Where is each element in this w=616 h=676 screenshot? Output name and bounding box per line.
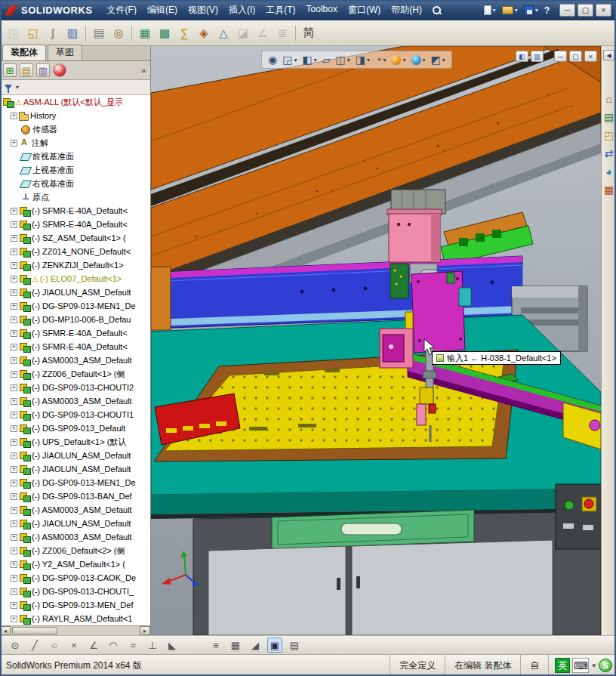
file-explorer-icon[interactable]: ◰ bbox=[604, 130, 614, 140]
evaluate-icon[interactable]: ◎ bbox=[109, 24, 128, 42]
tree-item[interactable]: +(-) DG-MP10-006-B_Defau bbox=[0, 313, 150, 326]
grid-icon[interactable]: ▦ bbox=[228, 637, 243, 653]
tree-item[interactable]: +(-) DG-SP09-013-CHOUTI_ bbox=[0, 585, 150, 598]
measure-icon[interactable]: ∠ bbox=[254, 24, 272, 42]
expand-toggle[interactable]: + bbox=[11, 235, 17, 242]
minimize-button[interactable]: ─ bbox=[559, 4, 575, 17]
menu-item-2[interactable]: 视图(V) bbox=[183, 2, 223, 19]
view-settings-icon[interactable]: ◩▾ bbox=[431, 54, 445, 66]
tree-item[interactable]: +(-) DG-SP09-013-MEN1_De bbox=[0, 299, 150, 313]
expand-toggle[interactable]: + bbox=[11, 561, 17, 568]
measure-icon[interactable]: ▱ bbox=[322, 54, 331, 66]
zoom-area-icon[interactable]: ◲▾ bbox=[282, 54, 297, 66]
arc-icon[interactable]: ◠ bbox=[106, 637, 121, 653]
expand-toggle[interactable]: + bbox=[11, 289, 17, 296]
scroll-right-button[interactable]: ▸ bbox=[140, 626, 150, 635]
scroll-left-button[interactable]: ◂ bbox=[0, 626, 11, 635]
expand-toggle[interactable]: + bbox=[11, 452, 17, 459]
design-library-icon[interactable]: ▤ bbox=[604, 112, 614, 122]
expand-toggle[interactable]: + bbox=[11, 262, 17, 269]
expand-toggle[interactable]: + bbox=[11, 208, 17, 215]
tree-item[interactable]: +(-) Y2_ASM_Default<1> ( bbox=[0, 557, 150, 571]
expand-toggle[interactable]: + bbox=[11, 425, 17, 432]
language-english-badge[interactable]: 英 bbox=[555, 658, 570, 673]
featuremanager-tab-icon[interactable]: ⊞ bbox=[3, 63, 17, 77]
table-icon[interactable]: ▤ bbox=[287, 637, 302, 653]
edit-component-icon[interactable]: ◳ bbox=[5, 24, 23, 42]
tree-item[interactable]: +(-) ASM0003_ASM_Default bbox=[0, 394, 150, 408]
expand-toggle[interactable]: + bbox=[11, 575, 17, 582]
tree-item[interactable]: +(-) SFMR-E-40A_Default< bbox=[0, 218, 150, 231]
insert-component-icon[interactable]: ◱ bbox=[24, 24, 42, 42]
tree-root-item[interactable]: ⚠ASM-ALL (默认<默认_显示 bbox=[0, 95, 150, 109]
tree-item[interactable]: +History bbox=[0, 109, 150, 122]
new-document-button[interactable]: ▾ bbox=[482, 3, 498, 18]
bom-table-icon[interactable]: ▦ bbox=[136, 24, 154, 42]
tree-item[interactable]: +(-) DG-SP09-013-MEN1_De bbox=[0, 476, 150, 489]
tree-item[interactable]: 上视基准面 bbox=[0, 163, 150, 177]
section-view-icon[interactable]: ◧▾ bbox=[302, 54, 316, 66]
menu-item-1[interactable]: 编辑(E) bbox=[142, 2, 183, 19]
search-icon[interactable] bbox=[432, 5, 442, 15]
expand-toggle[interactable]: + bbox=[11, 548, 17, 554]
tab-assembly[interactable]: 装配体 bbox=[2, 45, 46, 60]
spline-icon[interactable]: ≈ bbox=[125, 637, 140, 653]
tree-item[interactable]: +(-) ZZ006_Default<1> (侧 bbox=[0, 367, 150, 381]
tree-item[interactable]: +(-) UPS_Default<1> (默认 bbox=[0, 435, 150, 449]
tree-item[interactable]: +(-) DG-SP09-013-CAOK_De bbox=[0, 571, 150, 585]
expand-toggle[interactable]: + bbox=[11, 113, 17, 119]
tree-item[interactable]: +(-) SFMR-E-40A_Default< bbox=[0, 326, 150, 340]
tree-item[interactable]: +(-) JIAOLUN_ASM_Default bbox=[0, 517, 150, 530]
custom-properties-icon[interactable]: ▦ bbox=[604, 184, 614, 195]
show-display-pane-icon[interactable]: ▥ bbox=[531, 51, 544, 62]
expand-toggle[interactable]: + bbox=[11, 602, 17, 609]
home-icon[interactable]: ⌂ bbox=[605, 94, 611, 104]
snap-icon[interactable]: ≡ bbox=[208, 637, 223, 653]
point-icon[interactable]: ⊙ bbox=[8, 637, 23, 653]
apply-scene-icon[interactable]: ▾ bbox=[411, 55, 426, 65]
menu-item-4[interactable]: 工具(T) bbox=[260, 2, 300, 19]
expand-toggle[interactable]: + bbox=[11, 221, 17, 228]
tab-sketch[interactable]: 草图 bbox=[48, 45, 82, 60]
expand-toggle[interactable]: + bbox=[11, 330, 17, 337]
tree-item[interactable]: +(-) ZZ014_NONE_Default< bbox=[0, 245, 150, 258]
line-icon[interactable]: ╱ bbox=[27, 637, 42, 653]
appearances-scenes-icon[interactable]: ◕ bbox=[605, 166, 611, 177]
expand-toggle[interactable]: + bbox=[11, 466, 17, 473]
tree-item[interactable]: +(-) RAYLR_ASM_Default<1 bbox=[0, 612, 150, 625]
tree-item[interactable]: +(-) JIAOLUN_ASM_Default bbox=[0, 449, 150, 462]
tree-item[interactable]: +(-) JIAOLUN_ASM_Default bbox=[0, 462, 150, 476]
tree-item[interactable]: 传感器 bbox=[0, 122, 150, 136]
angle-icon[interactable]: ∠ bbox=[86, 637, 101, 653]
expand-toggle[interactable]: + bbox=[11, 534, 17, 541]
perpendicular-icon[interactable]: ⊥ bbox=[145, 637, 160, 653]
expand-toggle[interactable]: + bbox=[11, 616, 17, 622]
doc-minimize-button[interactable]: ─ bbox=[554, 51, 567, 62]
control-panel[interactable] bbox=[556, 484, 601, 549]
menu-item-5[interactable]: Toolbox bbox=[301, 2, 343, 19]
collapse-taskpane-button[interactable]: ◀ bbox=[603, 50, 614, 60]
expand-toggle[interactable]: + bbox=[11, 412, 17, 418]
expand-toggle[interactable]: + bbox=[11, 493, 17, 500]
expand-toggle[interactable]: + bbox=[11, 316, 17, 323]
expand-toggle[interactable]: + bbox=[11, 371, 17, 378]
tree-item[interactable]: 原点 bbox=[0, 190, 150, 204]
view-palette-icon[interactable]: ⇄ bbox=[605, 148, 614, 159]
base-cabinet[interactable] bbox=[193, 510, 601, 635]
expand-toggle[interactable]: + bbox=[11, 520, 17, 527]
expand-toggle[interactable]: + bbox=[11, 303, 17, 310]
tree-item[interactable]: +(-) ASM0003_ASM_Default bbox=[0, 530, 150, 544]
tree-item[interactable]: 前视基准面 bbox=[0, 150, 150, 163]
equations-icon[interactable]: ∑ bbox=[175, 24, 193, 42]
exploded-view-icon[interactable]: △ bbox=[214, 24, 233, 42]
quick-snaps-icon[interactable]: ▣ bbox=[267, 637, 282, 653]
expand-toggle[interactable]: + bbox=[11, 344, 17, 350]
show-featuremanager-pane-icon[interactable]: ◧ bbox=[516, 51, 528, 62]
doc-close-button[interactable]: × bbox=[584, 51, 597, 62]
ime-icon[interactable]: S bbox=[599, 659, 612, 672]
tree-item[interactable]: +(-) DG-SP09-013-CHOUTI1 bbox=[0, 408, 150, 421]
print-icon[interactable]: ▤ bbox=[90, 24, 108, 42]
tree-item[interactable]: +(-) DG-SP09-013-CHOUTI2 bbox=[0, 381, 150, 394]
language-pack-icon[interactable]: 简 bbox=[300, 24, 318, 42]
tree-item[interactable]: +(-) SFMR-E-40A_Default< bbox=[0, 204, 150, 218]
